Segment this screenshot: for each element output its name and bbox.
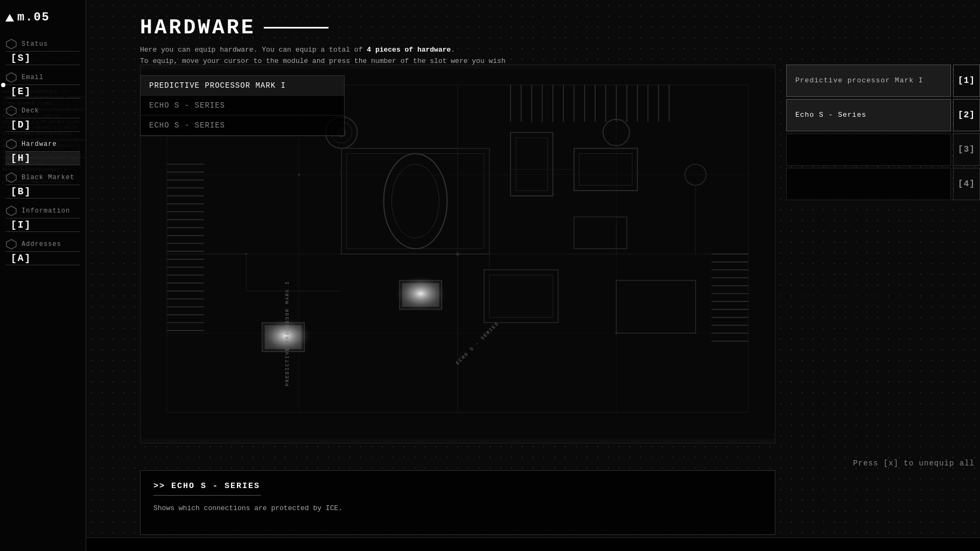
desc-bold: 4 pieces of hardware <box>367 46 451 54</box>
hardware-icon <box>5 138 17 150</box>
sidebar-item-black-market[interactable]: Black Market[B] <box>0 168 86 202</box>
deck-label: Deck <box>22 107 39 115</box>
svg-marker-4 <box>6 173 16 182</box>
svg-text:PREDICTIVE PROCESSOR MARK I: PREDICTIVE PROCESSOR MARK I <box>285 280 290 386</box>
black-market-label: Black Market <box>22 174 74 181</box>
status-label: Status <box>22 40 48 48</box>
title-decorative-line <box>264 27 328 29</box>
sidebar-item-hardware[interactable]: Hardware[H] <box>0 135 86 168</box>
nav-icon-row: Addresses <box>5 238 61 250</box>
main-container: m.05 Status[S]Email[E]Deck[D]Hardware[H]… <box>0 0 980 551</box>
page-title-text: HARDWARE <box>140 16 255 39</box>
svg-marker-1 <box>6 73 16 82</box>
sidebar-navigation: Status[S]Email[E]Deck[D]Hardware[H]Black… <box>0 35 86 269</box>
nav-icon-row: Deck <box>5 105 39 117</box>
svg-point-91 <box>298 174 300 176</box>
slot-number-1[interactable]: [1] <box>953 65 980 97</box>
nav-icon-row: Information <box>5 205 70 217</box>
svg-marker-3 <box>6 139 16 149</box>
information-label: Information <box>22 207 70 215</box>
desc-part2: . <box>451 46 455 54</box>
nav-icon-row: Black Market <box>5 172 74 183</box>
logo-text: m.05 <box>17 11 50 24</box>
description-text: Shows which connections are protected by… <box>153 503 762 514</box>
nav-icon-row: Email <box>5 72 44 83</box>
slot-number-2[interactable]: [2] <box>953 99 980 131</box>
svg-marker-6 <box>6 239 16 249</box>
sidebar-item-addresses[interactable]: Addresses[A] <box>0 235 86 269</box>
status-key[interactable]: [S] <box>5 51 80 65</box>
press-x-hint: Press [x] to unequip all <box>853 459 975 468</box>
description-title: >> ECHO S - SERIES <box>153 482 762 491</box>
nav-icon-row: Hardware <box>5 138 57 150</box>
information-icon <box>5 205 17 217</box>
slot-item-4: [4] <box>786 168 980 200</box>
email-label: Email <box>22 74 44 81</box>
svg-rect-88 <box>394 275 447 312</box>
nav-icon-row: Status <box>5 38 48 50</box>
logo-triangle-icon <box>5 14 14 22</box>
slot-item-3: [3] <box>786 133 980 166</box>
svg-marker-0 <box>6 39 16 49</box>
slot-number-3[interactable]: [3] <box>953 133 980 166</box>
svg-point-90 <box>456 252 459 256</box>
black-market-key[interactable]: [B] <box>5 185 80 199</box>
slot-number-4[interactable]: [4] <box>953 168 980 200</box>
hardware-key[interactable]: [H] <box>5 151 80 165</box>
deck-icon <box>5 105 17 117</box>
information-key[interactable]: [I] <box>5 218 80 232</box>
slot-content-4 <box>786 168 951 200</box>
black-market-icon <box>5 172 17 183</box>
hardware-list-item[interactable]: ECHO S - SERIES <box>141 96 344 116</box>
slot-content-2: Echo S - Series <box>786 99 951 131</box>
sidebar: m.05 Status[S]Email[E]Deck[D]Hardware[H]… <box>0 0 86 551</box>
app-logo: m.05 <box>0 11 55 35</box>
hardware-list-panel: PREDICTIVE PROCESSOR MARK IECHO S - SERI… <box>140 75 345 136</box>
slot-item-1: Predictive processor Mark I[1] <box>786 65 980 97</box>
slot-text-2: Echo S - Series <box>795 110 866 120</box>
slot-content-1: Predictive processor Mark I <box>786 65 951 97</box>
hardware-list-item[interactable]: PREDICTIVE PROCESSOR MARK I <box>141 76 344 96</box>
sidebar-item-email[interactable]: Email[E] <box>0 68 86 102</box>
right-slot-panel: Predictive processor Mark I[1]Echo S - S… <box>786 65 980 202</box>
main-content: HARDWARE Here you can equip hardware. Yo… <box>86 0 980 551</box>
email-icon <box>5 72 17 83</box>
slot-text-1: Predictive processor Mark I <box>795 76 923 86</box>
svg-marker-5 <box>6 206 16 216</box>
slot-item-2: Echo S - Series[2] <box>786 99 980 131</box>
svg-point-93 <box>245 253 247 255</box>
deck-key[interactable]: [D] <box>5 118 80 132</box>
svg-marker-2 <box>6 106 16 116</box>
addresses-icon <box>5 238 17 250</box>
desc-part1: Here you can equip hardware. You can equ… <box>140 46 367 54</box>
sidebar-item-deck[interactable]: Deck[D] <box>0 102 86 135</box>
sidebar-item-status[interactable]: Status[S] <box>0 35 86 68</box>
svg-point-92 <box>615 332 618 334</box>
notification-dot <box>1 83 5 87</box>
slot-content-3 <box>786 133 951 166</box>
addresses-key[interactable]: [A] <box>5 251 80 265</box>
status-icon <box>5 38 17 50</box>
email-key[interactable]: [E] <box>5 84 80 98</box>
description-separator <box>153 495 261 496</box>
addresses-label: Addresses <box>22 241 61 248</box>
description-panel: >> ECHO S - SERIES Shows which connectio… <box>140 470 775 535</box>
sidebar-item-information[interactable]: Information[I] <box>0 202 86 235</box>
bottom-bar <box>86 538 980 551</box>
page-title-area: HARDWARE <box>140 16 926 39</box>
hardware-list-item[interactable]: ECHO S - SERIES <box>141 116 344 136</box>
hardware-label: Hardware <box>22 140 57 148</box>
